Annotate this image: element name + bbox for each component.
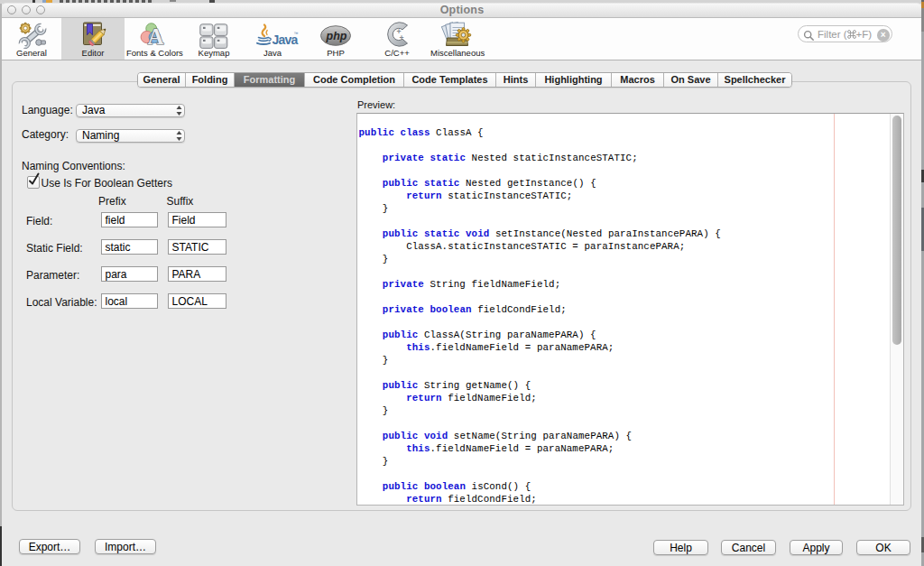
svg-text:+: + xyxy=(400,33,404,42)
svg-text:php: php xyxy=(326,30,347,42)
svg-text:A: A xyxy=(148,24,164,49)
svg-text:™: ™ xyxy=(294,31,299,36)
